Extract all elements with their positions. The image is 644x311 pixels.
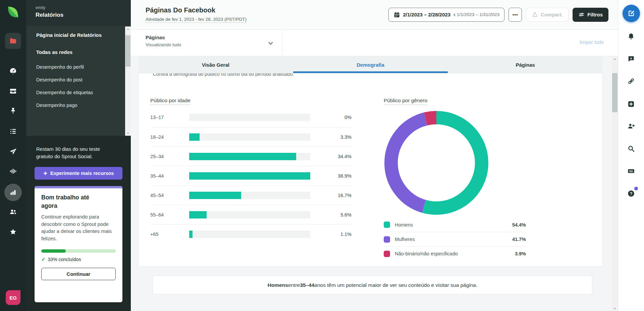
legend-swatch-icon [384, 251, 390, 257]
age-bar-label: 18–24 [150, 134, 189, 140]
content-scrollbar[interactable]: ▲ ▼ [612, 56, 618, 311]
scroll-down-arrow-icon[interactable]: ▼ [612, 306, 618, 311]
sidebar-scrollbar[interactable]: ▲ ▼ [125, 26, 131, 136]
age-bar-value: 1.1% [310, 232, 352, 237]
scroll-up-arrow-icon[interactable]: ▲ [125, 26, 131, 32]
date-range-label: 2/1/2023 – 2/28/2023 [403, 12, 450, 17]
rail-item-star-icon[interactable] [5, 224, 21, 240]
sidebar-item-all-networks[interactable]: Todas as redes [26, 44, 131, 61]
age-bar-row: 18–243.3% [150, 127, 352, 146]
rail-item-inbox-icon[interactable] [5, 83, 21, 99]
age-bar-fill [189, 231, 193, 238]
legend-row: Mulheres41.7% [384, 232, 526, 246]
rail-item-bar-chart-icon[interactable] [4, 184, 22, 201]
age-bar-value: 16.7% [310, 193, 352, 198]
filter-bar: Páginas Visualizando tudo limpar tudo [131, 30, 618, 56]
age-bar-value: 38.9% [310, 173, 352, 179]
content-scroll-thumb[interactable] [612, 73, 618, 112]
age-bar-label: 35–44 [150, 173, 189, 179]
scroll-down-arrow-icon[interactable]: ▼ [125, 131, 131, 136]
utility-link-icon[interactable] [624, 74, 639, 88]
reports-sidebar: emily Relatórios Página inicial de Relat… [26, 0, 131, 311]
rail-item-pin-icon[interactable] [5, 103, 21, 119]
utility-help-icon[interactable]: ? [624, 186, 639, 201]
rail-item-list-icon[interactable] [5, 123, 21, 139]
gender-chart-title[interactable]: Público por gênero [384, 98, 427, 105]
progress-bar-fill [41, 249, 66, 253]
try-more-features-label: Experimente mais recursos [50, 171, 114, 176]
rail-item-paper-plane-icon[interactable] [5, 143, 21, 160]
utility-bell-icon[interactable] [624, 29, 639, 44]
rail-item-waveform-icon[interactable] [5, 163, 21, 179]
share-button[interactable]: Compart. [526, 8, 569, 22]
legend-row: Homens54.4% [384, 217, 526, 232]
sidebar-scroll-thumb[interactable] [125, 35, 130, 67]
age-bar-track [189, 231, 310, 238]
sidebar-subitem-desempenho-de-etiquetas[interactable]: Desempenho de etiquetas [26, 86, 131, 99]
rail-item-gauge-icon[interactable] [5, 63, 21, 79]
legend-swatch-icon [384, 222, 390, 228]
right-utility-rail: ? [618, 0, 644, 311]
age-bar-label: 55–64 [150, 212, 189, 217]
age-chart-title[interactable]: Público por idade [150, 98, 191, 105]
tab-páginas[interactable]: Páginas [448, 56, 603, 73]
rail-item-folder-icon[interactable] [5, 33, 21, 49]
progress-card-accent [35, 186, 122, 188]
sidebar-item-label: Todas as redes [36, 49, 72, 55]
age-bar-label: 45–54 [150, 193, 189, 198]
continue-button[interactable]: Continuar [41, 268, 116, 280]
activity-date-range[interactable]: Atividade de fev 1, 2023 - fev 28, 2023 … [146, 17, 247, 23]
age-bar-row: 55–645.6% [150, 205, 352, 224]
sidebar-title: Relatórios [36, 12, 131, 18]
sprout-logo-icon[interactable] [6, 5, 20, 19]
tab-demografia[interactable]: Demografia [293, 56, 448, 73]
legend-label: Não-binário/não especificado [395, 251, 458, 256]
age-bar-track [189, 114, 310, 121]
sidebar-subitem-desempenho-pago[interactable]: Desempenho pago [26, 99, 131, 112]
try-more-features-button[interactable]: ✦ Experimente mais recursos [35, 167, 122, 180]
scroll-up-arrow-icon[interactable]: ▲ [612, 56, 618, 61]
age-bar-fill [189, 133, 200, 141]
more-options-button[interactable]: ••• [508, 8, 522, 22]
legend-row: Não-binário/não especificado3.9% [384, 246, 526, 261]
sidebar-subitem-desempenho-do-post[interactable]: Desempenho do post [26, 73, 131, 86]
gender-donut-chart [384, 111, 488, 215]
utility-search-icon[interactable] [624, 141, 639, 156]
main-content: Páginas Do Facebook Atividade de fev 1, … [131, 0, 618, 311]
calendar-icon [393, 11, 400, 18]
sidebar-subitem-desempenho-do-perfil[interactable]: Desempenho do perfil [26, 61, 131, 73]
legend-value: 3.9% [458, 251, 526, 256]
filters-button[interactable]: Filtros [573, 8, 608, 22]
utility-plus-square-icon[interactable] [624, 97, 639, 111]
age-bar-row: 45–5416.7% [150, 185, 352, 205]
age-bar-fill [189, 192, 241, 199]
date-range-picker[interactable]: 2/1/2023 – 2/28/2023 x 1/1/2023 – 1/31/2… [388, 8, 504, 22]
utility-person-add-icon[interactable] [624, 119, 639, 133]
tab-visão-geral[interactable]: Visão Geral [138, 56, 293, 73]
notification-dot-badge [634, 187, 638, 190]
age-bar-label: 13–17 [150, 115, 189, 120]
age-bar-fill [189, 172, 310, 180]
rail-item-people-icon[interactable] [5, 204, 21, 220]
pages-filter-value: Visualizando tudo [146, 42, 275, 47]
pages-filter-dropdown[interactable]: Páginas Visualizando tudo [131, 30, 282, 56]
age-bar-row: 35–4438.9% [150, 166, 352, 185]
sidebar-item-label: Página inicial de Relatórios [36, 32, 102, 38]
utility-keyboard-icon[interactable] [624, 164, 639, 178]
progress-card: Bom trabalho até agora Continue exploran… [35, 186, 122, 302]
gender-legend: Homens54.4%Mulheres41.7%Não-binário/não … [384, 217, 526, 261]
sidebar-item-reports-home[interactable]: Página inicial de Relatórios [26, 26, 131, 44]
legend-value: 41.7% [415, 237, 526, 242]
age-bar-row: 13–170% [150, 108, 352, 127]
clear-all-link[interactable]: limpar tudo [580, 40, 604, 45]
share-label: Compart. [541, 12, 563, 17]
age-bar-track [189, 192, 310, 199]
age-bar-chart: 13–170%18–243.3%25–3434.4%35–4438.9%45–5… [150, 108, 352, 244]
utility-compose-icon[interactable] [623, 5, 640, 22]
age-bar-fill [189, 211, 207, 219]
demographics-intro-text: Confira a demografia do público no últim… [153, 73, 602, 77]
utility-chat-bolt-icon[interactable] [624, 51, 639, 66]
page-title: Páginas Do Facebook [146, 6, 247, 14]
legend-value: 54.4% [413, 222, 526, 228]
user-avatar[interactable]: EG [6, 290, 20, 305]
